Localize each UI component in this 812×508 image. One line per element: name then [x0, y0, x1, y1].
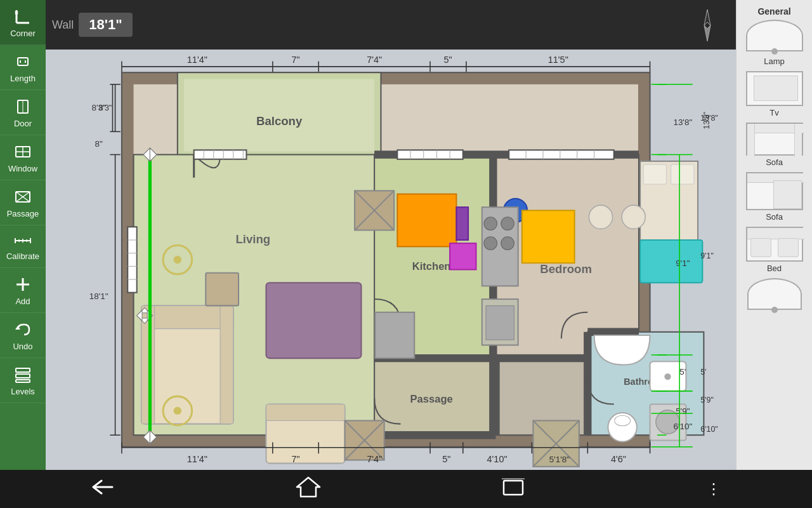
corner-tool[interactable]: Corner [0, 0, 46, 45]
door-tool[interactable]: Door [0, 90, 46, 135]
passage-tool[interactable]: Passage [0, 180, 46, 225]
general-label: General [757, 3, 790, 20]
lamp-label: Lamp [764, 57, 785, 66]
compass [691, 6, 723, 47]
panel-sofa2[interactable]: Sofa [740, 172, 809, 222]
top-bar: Wall 18'1" [46, 0, 736, 50]
svg-text:5': 5' [700, 368, 706, 377]
undo-label: Undo [13, 342, 32, 351]
panel-bed[interactable]: Bed [740, 227, 809, 273]
svg-text:11'5": 11'5" [548, 55, 568, 65]
svg-text:8": 8" [95, 139, 103, 149]
svg-rect-140 [206, 273, 239, 306]
svg-text:Living: Living [235, 232, 270, 246]
svg-rect-125 [486, 305, 514, 340]
svg-rect-24 [16, 368, 30, 372]
svg-rect-80 [509, 150, 614, 159]
svg-point-147 [664, 373, 671, 380]
door-label: Door [14, 119, 32, 128]
svg-text:13'8": 13'8" [673, 117, 692, 127]
svg-rect-114 [397, 194, 456, 247]
panel-lamp[interactable]: Lamp [740, 20, 809, 66]
svg-rect-25 [16, 374, 30, 378]
tv-label: Tv [769, 108, 778, 117]
svg-text:4'10": 4'10" [487, 454, 508, 464]
svg-point-95 [174, 407, 181, 415]
svg-rect-118 [456, 207, 468, 240]
home-button[interactable] [277, 472, 340, 505]
svg-text:9'1": 9'1" [676, 258, 690, 268]
svg-marker-27 [704, 10, 710, 25]
svg-text:Passage: Passage [410, 393, 453, 405]
svg-rect-26 [16, 380, 30, 382]
window-tool[interactable]: Window [0, 135, 46, 180]
svg-rect-88 [141, 305, 155, 424]
svg-rect-96 [128, 227, 136, 292]
svg-rect-126 [375, 312, 414, 358]
panel-tv[interactable]: Tv [740, 71, 809, 117]
svg-text:7": 7" [291, 454, 299, 464]
calibrate-tool[interactable]: Calibrate [0, 225, 46, 268]
floor-plan[interactable]: 11'4" 7" 7'4" 5" 11'5" Balcony Living Ki… [46, 50, 736, 470]
wall-label: Wall [52, 18, 74, 32]
svg-rect-133 [266, 283, 361, 358]
svg-text:Balcony: Balcony [256, 114, 303, 128]
panel-general-bottom[interactable] [740, 278, 809, 313]
recents-button[interactable] [481, 474, 545, 504]
passage-label: Passage [7, 209, 39, 218]
svg-text:11'4": 11'4" [187, 55, 207, 65]
svg-point-93 [174, 256, 181, 264]
svg-text:5'9": 5'9" [676, 406, 690, 416]
svg-text:4'6": 4'6" [611, 454, 626, 464]
corner-label: Corner [10, 29, 36, 38]
left-toolbar: Corner Length Door Window Passage [0, 0, 46, 470]
svg-point-122 [484, 237, 497, 250]
svg-text:5": 5" [443, 55, 452, 65]
svg-text:Bedroom: Bedroom [540, 262, 592, 276]
svg-text:7": 7" [291, 55, 299, 65]
wall-value: 18'1" [79, 13, 132, 37]
svg-text:18'1": 18'1" [89, 291, 108, 301]
svg-point-123 [501, 237, 514, 250]
svg-rect-132 [640, 240, 702, 283]
svg-text:11'4": 11'4" [187, 454, 207, 464]
svg-text:6'10": 6'10" [700, 425, 717, 434]
panel-sofa1[interactable]: Sofa [740, 123, 809, 167]
svg-rect-128 [643, 164, 666, 184]
sofa1-label: Sofa [766, 157, 783, 167]
levels-tool[interactable]: Levels [0, 358, 46, 403]
svg-text:13'8": 13'8" [700, 114, 717, 123]
svg-point-130 [589, 205, 612, 229]
bed-label: Bed [767, 264, 782, 273]
levels-label: Levels [11, 387, 35, 396]
more-button[interactable]: ⋮ [687, 477, 741, 501]
svg-rect-116 [522, 210, 575, 263]
svg-rect-129 [671, 164, 694, 184]
svg-rect-4 [18, 58, 28, 65]
back-button[interactable] [71, 474, 134, 504]
window-label: Window [8, 164, 37, 173]
add-label: Add [15, 297, 30, 306]
svg-marker-209 [297, 478, 320, 497]
svg-text:7'4": 7'4" [367, 454, 382, 464]
svg-text:9'1": 9'1" [700, 251, 714, 260]
sofa2-label: Sofa [766, 212, 783, 222]
bottom-bar: ⋮ [0, 470, 812, 508]
svg-text:5': 5' [679, 367, 686, 377]
add-tool[interactable]: Add [0, 268, 46, 313]
svg-rect-210 [504, 481, 523, 495]
svg-rect-89 [220, 305, 233, 424]
length-tool[interactable]: Length [0, 45, 46, 90]
svg-rect-75 [397, 150, 462, 159]
svg-text:5'9": 5'9" [700, 396, 714, 404]
svg-rect-69 [194, 150, 247, 159]
svg-text:6'10": 6'10" [673, 422, 692, 431]
svg-point-145 [615, 415, 631, 426]
svg-rect-117 [450, 243, 476, 269]
svg-rect-87 [141, 305, 233, 328]
svg-text:7'4": 7'4" [367, 55, 382, 65]
undo-tool[interactable]: Undo [0, 313, 46, 358]
length-label: Length [10, 74, 36, 83]
svg-text:Kitchen: Kitchen [412, 260, 451, 272]
svg-rect-91 [266, 404, 344, 421]
